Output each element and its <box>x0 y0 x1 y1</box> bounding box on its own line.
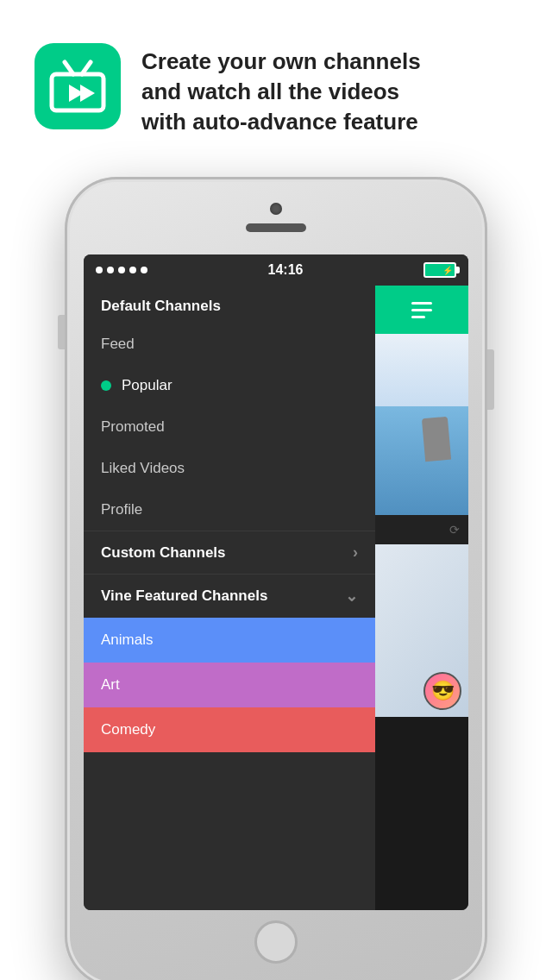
hamburger-line-1 <box>411 302 432 305</box>
promo-section: Create your own channels and watch all t… <box>0 0 552 163</box>
menu-item-liked-videos[interactable]: Liked Videos <box>84 448 375 489</box>
battery-bolt: ⚡ <box>442 266 453 275</box>
vine-featured-chevron-icon: ⌄ <box>345 587 358 606</box>
camera-dot <box>270 203 282 215</box>
speaker-grille <box>246 223 306 232</box>
video-thumbnail-1 <box>375 334 468 515</box>
phone-top-decorations <box>246 203 306 232</box>
home-button[interactable] <box>254 920 298 964</box>
custom-channels-label: Custom Channels <box>101 544 226 562</box>
profile-label: Profile <box>101 501 142 518</box>
feed-label: Feed <box>101 336 135 353</box>
custom-channels-arrow-icon: › <box>353 543 358 562</box>
signal-dot-4 <box>129 267 136 273</box>
popular-label: Popular <box>122 377 172 394</box>
retweet-icon: ⟳ <box>449 523 460 537</box>
phone-frame: 14:16 ⚡ Default Channels Feed <box>65 177 487 980</box>
retweet-bar-1: ⟳ <box>375 515 468 544</box>
app-icon <box>34 43 121 129</box>
signal-dot-3 <box>118 267 125 273</box>
scene-rock <box>422 417 451 462</box>
header-bar <box>375 286 468 334</box>
hamburger-menu-icon[interactable] <box>411 302 432 318</box>
screen-content: Default Channels Feed Popular Promoted L… <box>84 286 468 910</box>
vine-featured-item[interactable]: Vine Featured Channels ⌄ <box>84 574 375 618</box>
menu-item-profile[interactable]: Profile <box>84 489 375 531</box>
battery-icon: ⚡ <box>423 262 456 278</box>
menu-panel: Default Channels Feed Popular Promoted L… <box>84 286 375 910</box>
liked-videos-label: Liked Videos <box>101 460 185 477</box>
phone-screen: 14:16 ⚡ Default Channels Feed <box>84 254 468 910</box>
status-right: ⚡ <box>423 262 456 278</box>
channel-item-comedy[interactable]: Comedy <box>84 707 375 752</box>
menu-item-promoted[interactable]: Promoted <box>84 406 375 448</box>
popular-dot <box>101 380 111 391</box>
avatar-emoji: 😎 <box>431 680 455 702</box>
default-channels-header: Default Channels <box>84 286 375 324</box>
status-time: 14:16 <box>268 262 304 278</box>
channel-item-animals[interactable]: Animals <box>84 618 375 663</box>
video-thumbnail-2: 😎 <box>375 544 468 717</box>
signal-dot-1 <box>96 267 103 273</box>
video-card-1[interactable]: ⟳ <box>375 334 468 544</box>
video-card-2[interactable]: 😎 <box>375 544 468 717</box>
status-bar: 14:16 ⚡ <box>84 254 468 286</box>
signal-dot-2 <box>107 267 114 273</box>
vine-featured-label: Vine Featured Channels <box>101 587 267 605</box>
comedy-label: Comedy <box>101 721 155 738</box>
tagline-text: Create your own channels and watch all t… <box>141 43 421 137</box>
signal-dot-5 <box>141 267 147 273</box>
menu-item-popular[interactable]: Popular <box>84 365 375 406</box>
animals-label: Animals <box>101 631 153 648</box>
custom-channels-item[interactable]: Custom Channels › <box>84 531 375 574</box>
video-panel: ⟳ 😎 <box>375 286 468 910</box>
art-label: Art <box>101 676 120 693</box>
promoted-label: Promoted <box>101 418 165 436</box>
hamburger-line-2 <box>411 309 432 311</box>
svg-marker-4 <box>80 85 95 102</box>
hamburger-line-3 <box>411 316 425 318</box>
phone-mockup: 14:16 ⚡ Default Channels Feed <box>65 177 487 980</box>
signal-dots <box>96 267 147 273</box>
avatar: 😎 <box>423 672 461 710</box>
menu-item-feed[interactable]: Feed <box>84 324 375 365</box>
channel-item-art[interactable]: Art <box>84 663 375 707</box>
